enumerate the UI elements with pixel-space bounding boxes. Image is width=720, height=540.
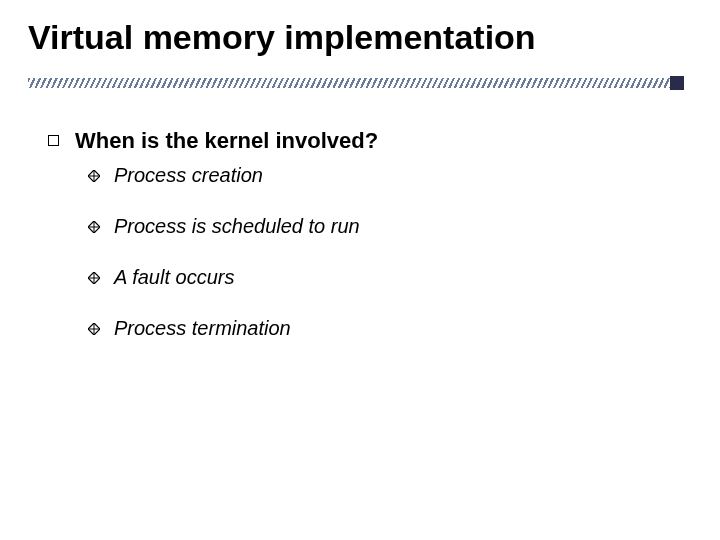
list-item-level2: Process is scheduled to run (88, 215, 680, 238)
level1-text: When is the kernel involved? (75, 128, 378, 154)
level2-text: A fault occurs (114, 266, 234, 289)
list-item-level2: A fault occurs (88, 266, 680, 289)
slide: Virtual memory implementation When is th… (0, 0, 720, 540)
list-item-level2: Process termination (88, 317, 680, 340)
level2-text: Process creation (114, 164, 263, 187)
level2-text: Process termination (114, 317, 291, 340)
diamond-bullet-icon (88, 170, 100, 182)
slide-title: Virtual memory implementation (28, 18, 536, 57)
slide-body: When is the kernel involved? Process cre… (48, 128, 680, 368)
list-item-level1: When is the kernel involved? (48, 128, 680, 154)
level2-text: Process is scheduled to run (114, 215, 360, 238)
horizontal-rule (28, 78, 682, 88)
diamond-bullet-icon (88, 323, 100, 335)
square-bullet-icon (48, 135, 59, 146)
diamond-bullet-icon (88, 272, 100, 284)
list-item-level2: Process creation (88, 164, 680, 187)
diamond-bullet-icon (88, 221, 100, 233)
